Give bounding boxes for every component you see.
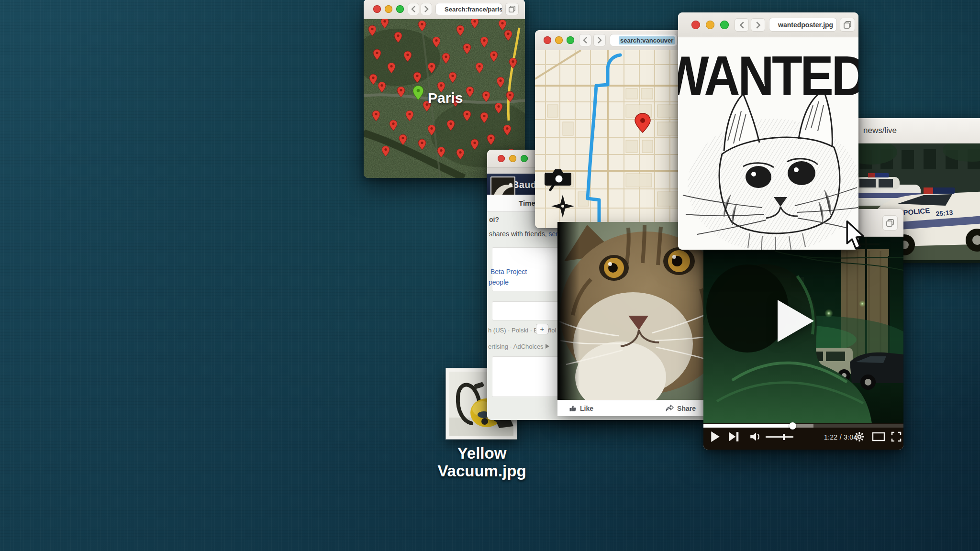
map-pin-icon [406,110,413,121]
address-text: wantedposter.jpg [778,21,833,29]
map-pin-icon [368,25,376,36]
map-pin-icon [499,20,506,30]
address-text-selected: search:vancouver [619,36,675,44]
minimize-button[interactable] [385,5,392,13]
zoom-button[interactable] [521,155,528,162]
map-pin-icon [471,19,479,28]
fb-shares-fragment: shares with friends, [489,230,547,238]
map-pin-icon [457,149,464,159]
map-pin-icon [428,125,435,135]
map-pin-icon [404,51,412,62]
map-pin-icon [509,58,517,68]
next-button[interactable] [728,431,740,442]
tabs-icon[interactable] [840,18,855,32]
zoom-button[interactable] [720,21,729,29]
map-pin-icon [399,134,407,145]
map-pin-icon [372,110,380,121]
map-pin-icon [418,139,426,150]
paris-green-pin [413,86,423,100]
wanted-poster-content: WANTED [678,37,858,250]
map-pin-icon [413,72,421,83]
map-pin-icon [378,82,386,92]
back-button[interactable] [735,18,749,32]
map-pin-icon [487,134,495,145]
map-pin-icon [428,63,435,73]
file-name-line2: Vacuum.jpg [412,463,551,480]
map-pin-icon [382,146,390,156]
news-titlebar: news/live [852,118,980,143]
zoom-button[interactable] [396,5,404,13]
map-pin-icon [480,37,488,47]
map-pin-icon [457,25,464,36]
fb-text-question: oi? [489,216,499,223]
address-bar[interactable]: search:vancouver [610,34,678,46]
facebook-post-photo: Like Share [557,222,707,416]
play-overlay-button[interactable] [778,300,814,342]
share-icon [666,405,674,412]
share-label: Share [677,405,696,412]
video-screen[interactable] [703,237,903,423]
map-pin-icon [442,53,450,64]
adchoices-icon [546,344,549,349]
settings-gear-icon[interactable] [854,431,865,442]
fb-add-language-button[interactable]: + [536,324,548,334]
video-scrubber[interactable] [789,422,796,430]
map-pin-icon [504,30,512,41]
map-pin-icon [463,44,471,54]
like-button[interactable]: Like [569,405,593,412]
fb-link-beta-project[interactable]: Beta Project [490,268,527,276]
map-pin-icon [447,120,455,131]
news-address-text[interactable]: news/live [863,126,897,135]
police-car-unit: 25:13 [935,209,953,218]
fb-adchoices-text: ertising · AdChoices [488,343,544,350]
map-pin-icon [418,21,426,31]
video-control-bar: 1:22 / 3:04 [703,423,903,450]
map-pin-icon [497,77,504,88]
paris-map-label: Paris [428,90,463,106]
close-button[interactable] [498,155,505,162]
forward-button[interactable] [421,3,432,15]
map-pin-icon [490,51,498,62]
volume-slider[interactable] [766,436,793,438]
minimize-button[interactable] [706,21,714,29]
map-pin-icon [437,147,445,157]
volume-knob[interactable] [783,434,785,440]
back-button[interactable] [579,34,591,46]
map-pin-icon [471,139,479,150]
fb-link-people[interactable]: people [489,278,509,286]
address-bar[interactable]: wantedposter.jpg [769,18,837,32]
map-pin-icon [480,112,488,123]
map-pin-icon [506,91,514,102]
facebook-like-bar: Like Share [557,400,707,416]
sketch-cat-drawing [678,95,858,250]
mouse-cursor-icon [845,220,865,252]
video-timestamp: 1:22 / 3:04 [824,433,857,441]
tabs-icon[interactable] [882,215,898,231]
wanted-titlebar: wantedposter.jpg [678,12,858,37]
close-button[interactable] [544,36,551,44]
close-button[interactable] [373,5,381,13]
forward-button[interactable] [593,34,606,46]
fb-footer-adchoices[interactable]: ertising · AdChoices [488,343,549,350]
forward-button[interactable] [751,18,765,32]
vancouver-map-content [535,50,681,228]
minimize-button[interactable] [555,36,563,44]
map-pin-icon [373,49,381,60]
video-progress-track[interactable] [703,424,903,428]
close-button[interactable] [691,21,700,29]
tabs-icon[interactable] [505,3,519,15]
vancouver-street-map [535,50,681,228]
map-pin-icon [394,32,402,43]
share-button[interactable]: Share [666,405,696,412]
volume-icon[interactable] [749,431,762,442]
zoom-button[interactable] [567,36,574,44]
play-button[interactable] [710,431,721,442]
minimize-button[interactable] [509,155,516,162]
map-pin-icon [466,87,474,97]
address-bar[interactable]: Search:france/paris [435,3,502,15]
fullscreen-icon[interactable] [891,431,902,442]
back-button[interactable] [408,3,419,15]
like-label: Like [580,405,593,412]
map-pin-icon [390,120,397,131]
theater-mode-icon[interactable] [872,431,885,442]
